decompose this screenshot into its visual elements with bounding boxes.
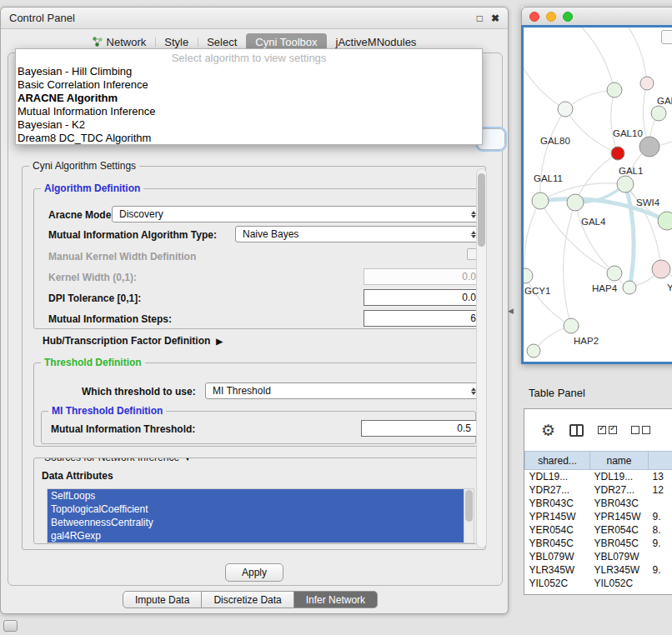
network-node[interactable] xyxy=(611,147,624,160)
network-node[interactable] xyxy=(607,82,622,98)
table-cell xyxy=(649,550,672,563)
mi-threshold-field[interactable] xyxy=(361,420,477,437)
network-node[interactable] xyxy=(651,106,666,121)
network-edge[interactable] xyxy=(540,109,565,201)
tab-label: jActiveMNodules xyxy=(336,36,417,48)
minimized-panel-icon[interactable] xyxy=(3,620,18,632)
network-node[interactable] xyxy=(564,318,579,333)
split-pane-collapse-icon[interactable]: ◀ xyxy=(508,307,514,315)
sources-group: Sources for Network Inference ▼ Data Att… xyxy=(33,458,482,544)
table-cell: YBR045C xyxy=(525,537,590,550)
network-edge[interactable] xyxy=(575,202,614,273)
apply-button[interactable]: Apply xyxy=(225,563,283,582)
network-node[interactable] xyxy=(607,266,622,281)
network-node[interactable] xyxy=(658,212,672,230)
network-node[interactable] xyxy=(524,268,533,283)
zoom-traffic-icon[interactable] xyxy=(563,12,573,22)
network-node[interactable] xyxy=(617,176,634,192)
sources-legend[interactable]: Sources for Network Inference ▼ xyxy=(41,458,195,463)
mi-threshold-definition-group: MI Threshold Definition Mutual Informati… xyxy=(41,411,476,444)
table-row[interactable]: YLR345WYLR345W9. xyxy=(525,563,672,577)
aracne-mode-combo[interactable]: Discovery xyxy=(112,206,482,222)
deselect-all-columns-icon[interactable] xyxy=(631,426,650,434)
network-node[interactable] xyxy=(527,344,540,358)
attribute-item-topologicalcoefficient[interactable]: TopologicalCoefficient xyxy=(48,502,464,516)
bottom-tab-discretize-data[interactable]: Discretize Data xyxy=(202,591,293,608)
select-all-columns-icon[interactable] xyxy=(598,426,617,434)
gear-icon[interactable]: ⚙ xyxy=(541,422,555,438)
table-row[interactable]: YBR043CYBR043C xyxy=(525,497,672,510)
table-header-cell[interactable]: name xyxy=(590,452,649,470)
which-threshold-combo[interactable]: MI Threshold xyxy=(205,382,482,399)
attribute-item-betweennesscentrality[interactable]: BetweennessCentrality xyxy=(48,516,464,529)
algorithm-option-aracne-algorithm[interactable]: ARACNE Algorithm xyxy=(16,92,482,105)
dpi-tolerance-label: DPI Tolerance [0,1]: xyxy=(48,292,141,304)
attribute-item-gal4rgexp[interactable]: gal4RGexp xyxy=(48,529,464,542)
network-node[interactable] xyxy=(639,137,659,157)
control-panel-window: Control Panel □ ✖ NetworkStyleSelectCyni… xyxy=(0,7,509,614)
network-icon xyxy=(93,37,103,47)
attributes-scrollbar-thumb[interactable] xyxy=(465,490,473,522)
network-node[interactable] xyxy=(567,194,584,211)
attribute-item-selfloops[interactable]: SelfLoops xyxy=(48,489,464,502)
algorithm-option-mutual-information-inference[interactable]: Mutual Information Inference xyxy=(16,105,482,118)
table-header-cell[interactable] xyxy=(649,452,672,470)
table-row[interactable]: YIL052CYIL052C xyxy=(525,577,672,590)
table-row[interactable]: YBL079WYBL079W xyxy=(525,550,672,563)
network-edge[interactable] xyxy=(524,52,565,109)
network-node[interactable] xyxy=(623,281,636,294)
table-toolbar: ⚙ xyxy=(524,409,672,451)
network-node[interactable] xyxy=(640,77,654,90)
network-node[interactable] xyxy=(532,192,549,209)
table-row[interactable]: YDL19...YDL19...13 xyxy=(525,470,672,483)
settings-scrollbar[interactable] xyxy=(476,168,487,548)
table-header-cell[interactable]: shared... xyxy=(525,452,590,470)
network-edge[interactable] xyxy=(565,109,618,153)
algorithm-option-bayesian-k2[interactable]: Bayesian - K2 xyxy=(16,118,482,132)
mi-steps-field[interactable] xyxy=(364,310,482,327)
aracne-mode-value: Discovery xyxy=(119,208,163,220)
dpi-tolerance-field[interactable] xyxy=(364,289,482,306)
network-edge[interactable] xyxy=(525,276,571,326)
columns-icon[interactable] xyxy=(569,424,584,437)
table-cell xyxy=(649,497,672,510)
network-edge[interactable] xyxy=(569,28,614,90)
hub-definition-toggle[interactable]: Hub/Transcription Factor Definition ▶ xyxy=(43,335,223,347)
network-edge[interactable] xyxy=(625,184,634,288)
bottom-tab-impute-data[interactable]: Impute Data xyxy=(123,591,202,608)
attributes-scrollbar[interactable] xyxy=(464,489,474,542)
bottom-tab-infer-network[interactable]: Infer Network xyxy=(294,591,378,608)
tab-label: Style xyxy=(164,36,188,48)
mi-algorithm-type-combo[interactable]: Naive Bayes xyxy=(235,226,482,242)
network-tool-overlay[interactable] xyxy=(661,30,672,44)
float-window-icon[interactable]: □ xyxy=(477,12,483,24)
table-cell: YLR345W xyxy=(590,563,649,577)
table-row[interactable]: YPR145WYPR145W9. xyxy=(525,510,672,523)
table-row[interactable]: YBR045CYBR045C9. xyxy=(525,537,672,550)
mi-threshold-legend: MI Threshold Definition xyxy=(48,405,166,417)
algorithm-option-bayesian-hill-climbing[interactable]: Bayesian - Hill Climbing xyxy=(16,65,482,78)
close-traffic-icon[interactable] xyxy=(529,12,539,22)
node-label-gal10: GAL10 xyxy=(613,128,643,138)
data-attributes-list: SelfLoopsTopologicalCoefficientBetweenne… xyxy=(47,488,474,543)
minimize-traffic-icon[interactable] xyxy=(546,12,556,22)
close-window-icon[interactable]: ✖ xyxy=(491,12,499,24)
network-node[interactable] xyxy=(558,102,573,117)
table-row[interactable]: YER054CYER054C8. xyxy=(525,523,672,537)
tab-label: Select xyxy=(207,36,237,48)
network-canvas[interactable]: GAL80GAL10GAL11GAL1SWI4GAL4GCY1HAP4HAP2G… xyxy=(521,25,672,364)
algorithm-option-basic-correlation-inference[interactable]: Basic Correlation Inference xyxy=(16,78,482,92)
network-node[interactable] xyxy=(652,260,670,278)
network-edge[interactable] xyxy=(564,202,575,326)
data-attributes-label: Data Attributes xyxy=(42,470,113,482)
table-panel: ⚙ shared...name YDL19...YDL19...13YDR27.… xyxy=(524,408,672,595)
network-edge[interactable] xyxy=(524,201,540,276)
network-edge[interactable] xyxy=(619,28,647,83)
algorithm-definition-legend-text: Algorithm Definition xyxy=(44,182,140,194)
algorithm-option-dream8-dc-tdc-algorithm[interactable]: Dream8 DC_TDC Algorithm xyxy=(16,132,482,145)
hub-definition-label: Hub/Transcription Factor Definition xyxy=(43,335,210,347)
table-row[interactable]: YDR27...YDR27...12 xyxy=(525,483,672,497)
network-edge[interactable] xyxy=(611,90,618,153)
settings-scrollbar-thumb[interactable] xyxy=(478,173,485,247)
node-label-gal1: GAL1 xyxy=(619,166,643,176)
